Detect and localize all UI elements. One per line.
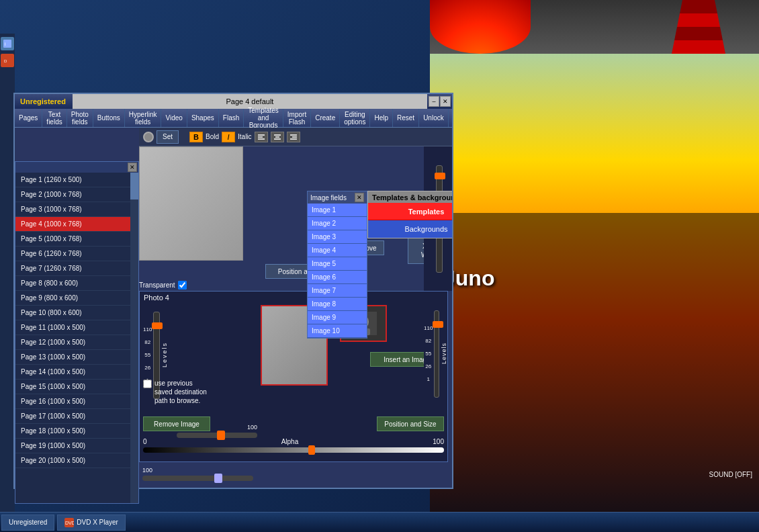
- image-item-6[interactable]: Image 6: [308, 271, 367, 284]
- pr-num-1: 110: [424, 325, 433, 331]
- photo-level-1: 110: [143, 326, 152, 332]
- svg-text:DVD: DVD: [65, 521, 74, 525]
- menu-photo-fields[interactable]: Photofields: [67, 109, 93, 127]
- page-item-18[interactable]: Page 18 (1000 x 500): [15, 424, 138, 439]
- image-item-5[interactable]: Image 5: [308, 257, 367, 271]
- horiz-track[interactable]: [177, 433, 257, 438]
- taskbar-item-unregistered[interactable]: Unregistered: [1, 515, 54, 531]
- use-previous-label: use previoussaved destinationpath to bro…: [154, 379, 207, 405]
- canvas-inner: [140, 147, 242, 260]
- pr-num-3: 55: [425, 351, 431, 357]
- photo-level-thumb[interactable]: [152, 322, 163, 329]
- align-center-btn[interactable]: [271, 132, 284, 142]
- photo-level-numbers: 110 82 55 26 1: [143, 326, 152, 384]
- image-item-7[interactable]: Image 7: [308, 284, 367, 298]
- alpha-title: Alpha: [281, 438, 299, 445]
- page-item-1[interactable]: Page 1 (1260 x 500): [15, 173, 138, 187]
- menu-import-flash[interactable]: ImportFlash: [283, 109, 311, 127]
- alpha-track[interactable]: [143, 447, 444, 453]
- menu-hyperlink-fields[interactable]: Hyperlinkfields: [125, 109, 162, 127]
- use-previous-row: use previoussaved destinationpath to bro…: [143, 379, 207, 405]
- templates-panel: Templates & backgrounds ✕ Templates Back…: [367, 191, 452, 238]
- canvas-preview: [139, 146, 243, 261]
- page-item-12[interactable]: Page 12 (1000 x 500): [15, 335, 138, 350]
- page-item-2[interactable]: Page 2 (1000 x 768): [15, 187, 138, 202]
- image-item-8[interactable]: Image 8: [308, 298, 367, 311]
- pages-panel-close[interactable]: ✕: [128, 163, 137, 172]
- page-item-19[interactable]: Page 19 (1000 x 500): [15, 439, 138, 453]
- page-item-9[interactable]: Page 9 (800 x 600): [15, 291, 138, 306]
- photo-right-levels: Levels: [441, 343, 447, 364]
- photo-right-track[interactable]: [434, 310, 439, 398]
- backgrounds-button[interactable]: Backgrounds: [368, 220, 452, 238]
- page-item-7[interactable]: Page 7 (1260 x 768): [15, 261, 138, 276]
- close-button[interactable]: ✕: [440, 96, 451, 107]
- page-item-15[interactable]: Page 15 (1000 x 500): [15, 380, 138, 394]
- menu-video[interactable]: Video: [161, 109, 187, 127]
- page-item-11[interactable]: Page 11 (1000 x 500): [15, 320, 138, 335]
- bottom-thumb[interactable]: [214, 474, 222, 483]
- set-button[interactable]: Set: [157, 130, 179, 144]
- radio-btn[interactable]: [143, 132, 154, 142]
- page-item-10[interactable]: Page 10 (800 x 600): [15, 306, 138, 320]
- menu-reset[interactable]: Reset: [393, 109, 419, 127]
- level-thumb[interactable]: [435, 173, 445, 179]
- page-item-6[interactable]: Page 6 (1260 x 768): [15, 247, 138, 261]
- page-item-20[interactable]: Page 20 (1000 x 500): [15, 453, 138, 468]
- page-item-4[interactable]: Page 4 (1000 x 768): [15, 217, 138, 232]
- menu-text-fields[interactable]: Textfields: [42, 109, 66, 127]
- image-item-3[interactable]: Image 3: [308, 230, 367, 244]
- taskbar-item-dvd[interactable]: DVD DVD X Player: [57, 515, 126, 531]
- menu-pages[interactable]: Pages: [15, 109, 42, 127]
- page-item-16[interactable]: Page 16 (1000 x 500): [15, 394, 138, 409]
- unregistered-label: Unregistered: [15, 97, 71, 105]
- desktop-icon-1[interactable]: i: [1, 37, 14, 50]
- menu-templates-bgrounds[interactable]: TemplatesandBgrounds: [244, 109, 283, 127]
- image-item-10[interactable]: Image 10: [308, 324, 367, 338]
- templates-button[interactable]: Templates: [368, 203, 452, 220]
- menu-unlock[interactable]: Unlock: [419, 109, 449, 127]
- bold-label: Bold: [206, 133, 219, 140]
- photo-pos-size-button[interactable]: Position and Size: [377, 416, 444, 431]
- menu-bar: Pages Textfields Photofields Buttons Hyp…: [15, 109, 452, 128]
- photo-right-thumb[interactable]: [433, 321, 443, 328]
- pages-scrollbar-thumb[interactable]: [130, 173, 138, 200]
- image-item-4[interactable]: Image 4: [308, 244, 367, 257]
- alpha-max: 100: [433, 438, 444, 445]
- menu-shapes[interactable]: Shapes: [187, 109, 219, 127]
- menu-flash[interactable]: Flash: [219, 109, 244, 127]
- align-right-btn[interactable]: [287, 132, 300, 142]
- page-item-3[interactable]: Page 3 (1000 x 768): [15, 202, 138, 217]
- menu-create[interactable]: Create: [311, 109, 340, 127]
- minimize-button[interactable]: –: [429, 96, 439, 107]
- photo-right-numbers: 110 82 55 26 1: [424, 325, 433, 382]
- alpha-thumb[interactable]: [308, 445, 315, 455]
- use-previous-checkbox[interactable]: [143, 380, 152, 388]
- image-item-9[interactable]: Image 9: [308, 311, 367, 324]
- image-item-1[interactable]: Image 1: [308, 204, 367, 217]
- pr-num-5: 1: [427, 376, 429, 382]
- bottom-track[interactable]: [142, 476, 253, 481]
- main-area: Set B Bold I Italic: [139, 128, 452, 488]
- pages-panel-header: ✕: [15, 162, 138, 173]
- desktop-icon-2[interactable]: D: [1, 54, 14, 67]
- page-item-17[interactable]: Page 17 (1000 x 500): [15, 409, 138, 424]
- remove-image-button[interactable]: Remove Image: [143, 416, 210, 431]
- page-item-13[interactable]: Page 13 (1000 x 500): [15, 350, 138, 365]
- transparent-checkbox[interactable]: [178, 281, 187, 290]
- photo-right-slider: 110 82 55 26 1 Levels: [424, 305, 447, 402]
- image-item-2[interactable]: Image 2: [308, 217, 367, 230]
- menu-editing-options[interactable]: Editingoptions: [340, 109, 370, 127]
- pages-scrollbar[interactable]: [130, 173, 138, 503]
- menu-buttons[interactable]: Buttons: [93, 109, 125, 127]
- image-fields-close[interactable]: ✕: [355, 193, 364, 202]
- photo-level-4: 26: [144, 365, 150, 371]
- page-item-5[interactable]: Page 5 (1000 x 768): [15, 232, 138, 247]
- align-left-btn[interactable]: [255, 132, 268, 142]
- alpha-min: 0: [143, 438, 147, 445]
- page-item-14[interactable]: Page 14 (1000 x 500): [15, 365, 138, 380]
- bottom-slider-numbers: 100: [139, 467, 257, 474]
- page-item-8[interactable]: Page 8 (800 x 600): [15, 276, 138, 291]
- desktop-left-sidebar: i D: [0, 34, 15, 531]
- menu-help[interactable]: Help: [370, 109, 393, 127]
